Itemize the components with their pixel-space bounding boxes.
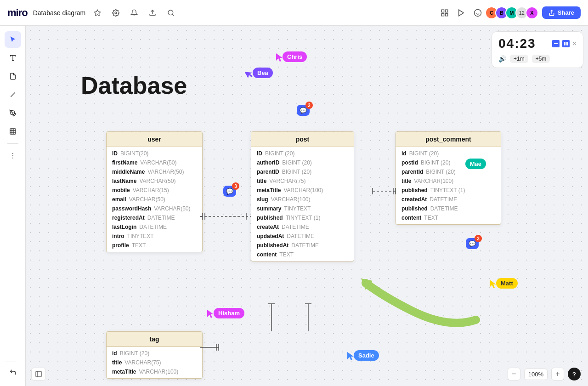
line-tool[interactable] <box>5 86 21 103</box>
comment-bubble-1[interactable]: 💬 2 <box>297 105 310 116</box>
svg-marker-9 <box>459 10 464 16</box>
table-row: passwordHashVARCHAR(50) <box>107 204 202 213</box>
timer-display: 04:23 <box>498 36 536 51</box>
avatar: X <box>526 6 538 19</box>
timer-minimize[interactable] <box>552 40 560 47</box>
table-tag-header: tag <box>107 332 202 347</box>
svg-point-17 <box>12 112 13 114</box>
table-row: titleVARCHAR(100) <box>396 176 501 186</box>
table-row: publishedAtDATETIME <box>251 241 354 250</box>
table-row: parentIdBIGINT (20) <box>396 167 501 176</box>
apps-icon[interactable] <box>438 6 451 19</box>
table-row: idBIGINT (20) <box>396 149 501 158</box>
table-tag-body: idBIGINT (20) titleVARCHAR(75) metaTitle… <box>107 347 202 378</box>
svg-rect-5 <box>441 10 444 12</box>
cursor-label-sadie: Sadie <box>354 350 379 361</box>
comment-badge-3: 3 <box>475 235 482 242</box>
table-post-comment-body: idBIGINT (20) postIdBIGINT (20) parentId… <box>396 147 501 224</box>
timer-sound-icon[interactable]: 🔊 <box>498 55 506 62</box>
table-row: slugVARCHAR(100) <box>251 195 354 204</box>
table-user: user IDBIGINT(20) firstNameVARCHAR(50) m… <box>106 131 203 252</box>
table-row: publishedTINYTEXT (1) <box>396 186 501 195</box>
table-row: contentTEXT <box>396 213 501 222</box>
table-row: firstNameVARCHAR(50) <box>107 158 202 167</box>
timer-add-1m[interactable]: +1m <box>510 55 528 63</box>
table-row: metaTitleVARCHAR(100) <box>251 186 354 195</box>
zoom-value: 100% <box>524 369 548 380</box>
table-user-header: user <box>107 132 202 147</box>
timer-close-btn[interactable]: × <box>572 40 577 48</box>
timer-pause-btn[interactable] <box>562 40 570 47</box>
frame-tool[interactable] <box>5 123 21 140</box>
pen-tool[interactable] <box>5 105 21 121</box>
reactions-icon[interactable] <box>471 6 484 19</box>
svg-rect-8 <box>445 13 447 16</box>
cursor-label-mae: Mae <box>465 159 486 169</box>
text-tool[interactable] <box>5 50 21 66</box>
miro-logo: miro <box>7 7 28 19</box>
table-row: metaTitleVARCHAR(100) <box>107 367 202 376</box>
cursor-label-bea: Bea <box>253 68 273 78</box>
zoom-in-button[interactable]: + <box>551 368 564 380</box>
note-tool[interactable] <box>5 68 21 85</box>
table-post: post IDBIGINT (20) authorIDBIGINT (20) p… <box>251 131 354 261</box>
table-row: profileTEXT <box>107 241 202 250</box>
cursor-bea: Bea <box>246 69 254 80</box>
header: miro Database diagram C B M 12 X <box>0 0 588 26</box>
bell-icon[interactable] <box>128 6 141 19</box>
svg-point-24 <box>12 155 13 156</box>
table-post-comment-header: post_comment <box>396 132 501 147</box>
annotation-arrow <box>356 274 494 334</box>
present-icon[interactable] <box>455 6 468 19</box>
table-post-header: post <box>251 132 354 147</box>
canvas[interactable]: Database Chris Bea Mae Hisham Sadie Matt… <box>26 26 588 386</box>
table-row: introTINYTEXT <box>107 232 202 241</box>
timer-add-5m[interactable]: +5m <box>532 55 550 63</box>
zoom-out-button[interactable]: − <box>508 368 520 380</box>
svg-point-25 <box>12 158 13 159</box>
cursor-label-chris: Chris <box>283 51 307 62</box>
toolbar-divider-2 <box>5 362 16 362</box>
star-icon[interactable] <box>91 6 104 19</box>
cursor-hisham: Hisham <box>207 310 215 321</box>
table-row: publishedDATETIME <box>396 204 501 213</box>
table-row: createAtDATETIME <box>251 222 354 232</box>
more-tools[interactable] <box>5 148 21 164</box>
help-button[interactable]: ? <box>568 368 581 380</box>
share-button[interactable]: Share <box>542 6 581 19</box>
search-icon[interactable] <box>164 6 177 19</box>
cursor-label-matt: Matt <box>496 278 518 289</box>
toolbar <box>0 26 26 386</box>
svg-rect-6 <box>445 10 447 12</box>
table-row: titleVARCHAR(75) <box>251 176 354 186</box>
timer-panel: 04:23 × 🔊 +1m +5m <box>492 31 583 68</box>
table-user-body: IDBIGINT(20) firstNameVARCHAR(50) middle… <box>107 147 202 252</box>
table-row: parentIDBIGINT (20) <box>251 167 354 176</box>
comment-bubble-2[interactable]: 💬 3 <box>223 186 236 197</box>
table-row: updatedAtDATETIME <box>251 232 354 241</box>
table-post-comment: post_comment idBIGINT (20) postIdBIGINT … <box>396 131 501 225</box>
cursor-tool[interactable] <box>5 31 21 48</box>
svg-line-16 <box>11 92 15 96</box>
cursor-chris: Chris <box>276 53 283 64</box>
svg-point-1 <box>115 12 117 14</box>
svg-rect-7 <box>441 13 444 16</box>
sidebar-panel-toggle[interactable] <box>31 368 46 380</box>
comment-badge-2: 3 <box>232 182 239 190</box>
svg-point-10 <box>474 9 481 16</box>
table-row: lastNameVARCHAR(50) <box>107 176 202 186</box>
comment-bubble-3[interactable]: 💬 3 <box>466 238 479 249</box>
upload-icon[interactable] <box>146 6 159 19</box>
board-title: Database diagram <box>33 9 85 17</box>
comment-badge-1: 2 <box>305 102 313 109</box>
table-row: emailVARCHAR(50) <box>107 195 202 204</box>
undo-tool[interactable] <box>5 364 21 380</box>
svg-point-3 <box>168 10 173 15</box>
svg-point-23 <box>12 153 13 154</box>
svg-line-4 <box>172 14 174 16</box>
table-row: registeredAtDATETIME <box>107 213 202 222</box>
avatar-group: C B M 12 X <box>488 6 538 19</box>
settings-icon[interactable] <box>109 6 122 19</box>
table-row: titleVARCHAR(75) <box>107 358 202 367</box>
table-row: mobileVARCHAR(15) <box>107 186 202 195</box>
